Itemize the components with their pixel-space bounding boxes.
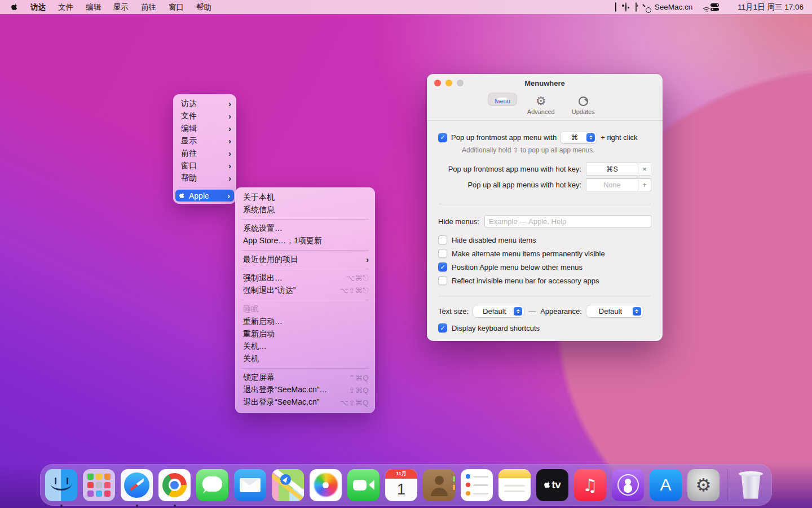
popup-item-help[interactable]: 帮助› [173, 172, 236, 185]
popup-hint-text: Additionally hold ⇧ to pop up all app me… [462, 146, 651, 154]
apple-menu-icon[interactable] [10, 3, 24, 11]
maps-icon [272, 469, 304, 501]
menubar-status-area: SeeMac.cn 11月1日 周三 17:06 [615, 2, 804, 12]
chevron-right-icon: › [228, 137, 231, 145]
modifier-dropdown[interactable]: ⌘ [561, 132, 597, 143]
submenu-logout-dialog[interactable]: 退出登录“SeeMac.cn”…⇧⌘Q [235, 384, 375, 396]
check-icon: ✓ [438, 323, 447, 332]
popup-item-go[interactable]: 前往› [173, 147, 236, 160]
checkbox-display-shortcuts[interactable]: ✓ [438, 323, 447, 332]
checkbox-hide-disabled[interactable] [438, 235, 447, 244]
submenu-shutdown-dialog[interactable]: 关机… [235, 340, 375, 353]
dock-calendar[interactable]: 11月 1 [385, 469, 417, 501]
hide-menus-input[interactable] [484, 215, 651, 227]
shortcut-label: ⌃⌘Q [348, 374, 369, 382]
submenu-system-info[interactable]: 系统信息 [235, 204, 375, 216]
dock-finder[interactable] [45, 469, 77, 501]
submenu-shutdown[interactable]: 关机 [235, 353, 375, 365]
hotkey-add-button[interactable]: + [638, 178, 651, 191]
submenu-force-quit[interactable]: 强制退出…⌥⌘⎋ [235, 272, 375, 284]
submenu-logout[interactable]: 退出登录“SeeMac.cn”⌥⇧⌘Q [235, 396, 375, 409]
dock-chrome[interactable] [158, 469, 191, 501]
dock-podcasts[interactable] [612, 469, 644, 501]
submenu-force-quit-finder[interactable]: 强制退出“访达”⌥⇧⌘⎋ [235, 284, 375, 297]
toggles-icon[interactable] [625, 3, 626, 11]
tab-menu[interactable]: Menu [488, 93, 517, 105]
desktop: 访达 文件 编辑 显示 前往 窗口 帮助 SeeMac.cn 11月1日 周三 … [0, 0, 812, 508]
text-size-dropdown[interactable]: Default [473, 305, 524, 317]
menubar-menu-window[interactable]: 窗口 [162, 0, 190, 14]
popup-item-finder[interactable]: 访达› [173, 98, 236, 110]
menubar-app-name[interactable]: 访达 [24, 0, 52, 14]
apple-logo-icon [179, 192, 186, 199]
dock-music[interactable]: ♫ [574, 469, 606, 501]
submenu-lock-screen[interactable]: 锁定屏幕⌃⌘Q [235, 371, 375, 384]
check-icon: ✓ [438, 262, 447, 271]
section-divider [439, 204, 651, 204]
window-titlebar[interactable]: Menuwhere [427, 74, 663, 91]
menuwhere-icon[interactable] [615, 3, 616, 11]
menubar-menu-file[interactable]: 文件 [52, 0, 80, 14]
dock-launchpad[interactable] [83, 469, 115, 501]
menubar-menu-help[interactable]: 帮助 [190, 0, 218, 14]
submenu-about-this-mac[interactable]: 关于本机 [235, 191, 375, 204]
tab-updates[interactable]: Updates [566, 93, 601, 117]
submenu-sleep: 睡眠 [235, 303, 375, 316]
dock-contacts[interactable] [423, 469, 455, 501]
hotkey-clear-button[interactable]: × [638, 163, 651, 176]
dock-trash[interactable] [735, 469, 767, 501]
right-click-suffix: + right click [601, 133, 637, 142]
minimize-button[interactable] [445, 80, 452, 86]
dock-mail[interactable] [234, 469, 266, 501]
podcasts-icon [612, 469, 644, 501]
seemac-status-item[interactable]: SeeMac.cn [655, 3, 693, 11]
dock-reminders[interactable] [461, 469, 493, 501]
submenu-recent-items[interactable]: 最近使用的项目› [235, 253, 375, 266]
launchpad-icon [83, 469, 115, 501]
submenu-restart[interactable]: 重新启动 [235, 328, 375, 340]
checkbox-popup-frontmost[interactable]: ✓ [438, 133, 447, 142]
dock-messages[interactable] [196, 469, 228, 501]
dock-notes[interactable] [498, 469, 531, 501]
dock-facetime[interactable] [347, 469, 379, 501]
display-shortcuts-label: Display keyboard shortcuts [452, 324, 540, 332]
hotkey-frontmost-field[interactable]: ⌘S [586, 163, 638, 176]
dock-apple-tv[interactable]: tv [536, 469, 568, 501]
checkbox-apple-below[interactable]: ✓ [438, 262, 447, 271]
stepper-icon [633, 307, 641, 316]
menu-separator [241, 269, 369, 269]
dock-safari[interactable] [121, 469, 153, 501]
menu-separator [241, 250, 369, 251]
menuwhere-window: Menuwhere Menu ⚙ Advanced Updates ✓ Pop … [427, 74, 663, 341]
dock-app-store[interactable]: A [650, 469, 682, 501]
submenu-restart-dialog[interactable]: 重新启动… [235, 316, 375, 328]
dock-photos[interactable] [310, 469, 342, 501]
dash-separator: — [528, 307, 536, 316]
popup-item-window[interactable]: 窗口› [173, 160, 236, 172]
calendar-day: 1 [385, 479, 417, 501]
checkbox-reflect-invisible[interactable] [438, 276, 447, 285]
menubar-clock[interactable]: 11月1日 周三 17:06 [738, 2, 804, 12]
battery-charging-icon[interactable] [636, 3, 637, 11]
popup-item-apple[interactable]: Apple› [175, 190, 234, 202]
chevron-right-icon: › [228, 100, 231, 108]
menubar-menu-go[interactable]: 前往 [135, 0, 162, 14]
window-toolbar: Menu ⚙ Advanced Updates [427, 91, 663, 121]
dock-maps[interactable] [272, 469, 304, 501]
text-size-label: Text size: [438, 307, 469, 316]
menubar-menu-view[interactable]: 显示 [107, 0, 135, 14]
tab-advanced[interactable]: ⚙ Advanced [521, 93, 561, 117]
submenu-system-settings[interactable]: 系统设置… [235, 222, 375, 235]
close-button[interactable] [434, 80, 441, 86]
popup-item-view[interactable]: 显示› [173, 135, 236, 147]
popup-item-edit[interactable]: 编辑› [173, 122, 236, 135]
popup-item-file[interactable]: 文件› [173, 110, 236, 122]
dock-system-settings[interactable]: ⚙ [687, 469, 720, 501]
control-center-icon[interactable] [710, 3, 720, 11]
menubar-menu-edit[interactable]: 编辑 [80, 0, 107, 14]
popup-with-label: Pop up frontmost app menu with [451, 133, 557, 142]
submenu-app-store[interactable]: App Store…，1项更新 [235, 235, 375, 247]
checkbox-alternate-visible[interactable] [438, 249, 447, 258]
hotkey-all-field[interactable]: None [586, 178, 638, 191]
appearance-dropdown[interactable]: Default [586, 305, 643, 317]
